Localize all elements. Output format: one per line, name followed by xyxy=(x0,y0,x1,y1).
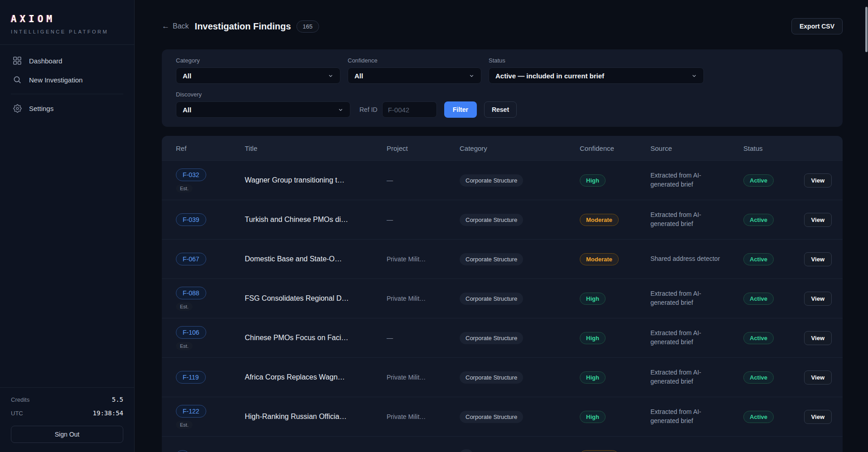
table-row: F-088 Est. FSG Consolidates Regional D… … xyxy=(162,279,843,318)
table-row: F-067 Domestic Base and State-O… Private… xyxy=(162,239,843,279)
finding-source: Extracted from AI-generated brief xyxy=(650,211,725,228)
category-cell: Corporate Structure xyxy=(460,214,580,226)
utc-label: UTC xyxy=(11,410,23,417)
view-button[interactable]: View xyxy=(804,370,832,385)
search-icon xyxy=(13,75,22,84)
back-label: Back xyxy=(173,22,189,30)
sidebar-item-dashboard[interactable]: Dashboard xyxy=(0,51,134,70)
discovery-select[interactable]: All xyxy=(176,101,350,118)
reset-button[interactable]: Reset xyxy=(484,101,517,118)
findings-count-badge: 165 xyxy=(296,20,319,33)
ref-cell: F-088 Est. xyxy=(176,287,245,311)
finding-source: Extracted from AI-generated brief xyxy=(650,329,725,346)
confidence-cell: High xyxy=(580,293,650,305)
category-badge: Corporate Structure xyxy=(460,411,523,423)
actions-cell: View xyxy=(793,331,832,345)
confidence-select[interactable]: All xyxy=(348,67,481,84)
ref-badge: F-067 xyxy=(176,253,206,265)
view-button[interactable]: View xyxy=(804,292,832,306)
confidence-cell: High xyxy=(580,371,650,384)
confidence-cell: High xyxy=(580,174,650,187)
back-arrow-icon: ← xyxy=(162,22,170,31)
chevron-down-icon xyxy=(691,73,697,79)
col-ref: Ref xyxy=(176,144,245,152)
credits-row: Credits 5.5 xyxy=(11,396,123,403)
category-badge: Corporate Structure xyxy=(460,332,523,344)
discovery-label: Discovery xyxy=(176,91,350,98)
filter-row-2: Discovery All Ref ID Filter Reset xyxy=(176,91,829,118)
table-row: F-032 Est. Wagner Group transitioning t…… xyxy=(162,160,843,200)
ref-badge: F-032 xyxy=(176,168,206,181)
finding-title: Domestic Base and State-O… xyxy=(245,255,387,263)
finding-title: Turkish and Chinese PMOs di… xyxy=(245,216,387,224)
ref-cell: F-039 xyxy=(176,213,245,226)
scrollbar-thumb[interactable] xyxy=(865,7,868,52)
category-filter: Category All xyxy=(176,57,340,84)
back-link[interactable]: ← Back xyxy=(162,22,189,31)
actions-cell: View xyxy=(793,449,832,452)
view-button[interactable]: View xyxy=(804,252,832,266)
status-badge: Active xyxy=(743,332,774,344)
view-button[interactable]: View xyxy=(804,173,832,188)
logo-block: AXIOM INTELLIGENCE PLATFORM xyxy=(0,0,134,45)
confidence-label: Confidence xyxy=(348,57,481,64)
main-content: ← Back Investigation Findings 165 Export… xyxy=(135,0,868,452)
status-cell: Active xyxy=(743,174,793,187)
confidence-cell: Moderate xyxy=(580,253,650,265)
est-badge: Est. xyxy=(176,303,193,311)
status-select[interactable]: Active — included in current brief xyxy=(489,67,704,84)
status-badge: Active xyxy=(743,253,774,265)
sidebar-item-settings[interactable]: Settings xyxy=(0,99,134,118)
table-row: F-119 Africa Corps Replaces Wagn… Privat… xyxy=(162,357,843,397)
discovery-select-value: All xyxy=(183,106,191,114)
confidence-cell: Moderate xyxy=(580,214,650,226)
discovery-filter: Discovery All xyxy=(176,91,350,118)
actions-cell: View xyxy=(793,292,832,306)
app-root: AXIOM INTELLIGENCE PLATFORM Dashboard xyxy=(0,0,868,452)
view-button[interactable]: View xyxy=(804,213,832,227)
confidence-badge: High xyxy=(580,332,606,344)
app-tagline: INTELLIGENCE PLATFORM xyxy=(11,29,123,34)
sidebar-item-new-investigation[interactable]: New Investigation xyxy=(0,70,134,89)
confidence-badge: Moderate xyxy=(580,214,619,226)
refid-group: Ref ID xyxy=(359,101,437,118)
category-cell: Corporate Structure xyxy=(460,174,580,187)
actions-cell: View xyxy=(793,173,832,188)
category-badge: Corporate Structure xyxy=(460,371,523,384)
status-cell: Active xyxy=(743,214,793,226)
category-badge: Corporate Structure xyxy=(460,174,523,187)
confidence-cell: High xyxy=(580,411,650,423)
filter-button[interactable]: Filter xyxy=(444,101,477,118)
confidence-badge: Moderate xyxy=(580,253,619,265)
category-select[interactable]: All xyxy=(176,67,340,84)
ref-badge: F-122 xyxy=(176,405,206,418)
view-button[interactable]: View xyxy=(804,410,832,424)
category-cell: Corporate Structure xyxy=(460,411,580,423)
scrollbar-track xyxy=(865,0,868,452)
status-cell: Active xyxy=(743,371,793,384)
est-badge: Est. xyxy=(176,184,193,192)
ref-cell: F-122 Est. xyxy=(176,405,245,429)
table-row: F-039 Turkish and Chinese PMOs di… — Cor… xyxy=(162,200,843,239)
ref-cell: F-032 Est. xyxy=(176,168,245,192)
status-badge: Active xyxy=(743,214,774,226)
export-csv-button[interactable]: Export CSV xyxy=(791,18,843,34)
page-header: ← Back Investigation Findings 165 Export… xyxy=(162,18,843,34)
category-select-value: All xyxy=(183,72,191,80)
refid-input[interactable] xyxy=(382,101,437,118)
finding-title: FSG Consolidates Regional D… xyxy=(245,294,387,303)
view-button[interactable]: View xyxy=(804,331,832,345)
confidence-badge: High xyxy=(580,371,606,384)
category-cell: Corporate Structure xyxy=(460,253,580,265)
confidence-badge: High xyxy=(580,293,606,305)
filter-panel: Category All Confidence All xyxy=(162,49,843,127)
utc-row: UTC 19:38:54 xyxy=(11,409,123,417)
category-label: Category xyxy=(176,57,340,64)
category-badge: Corporate Structure xyxy=(460,253,523,265)
category-cell: Corporate Structure xyxy=(460,293,580,305)
category-cell xyxy=(460,449,580,452)
confidence-select-value: All xyxy=(354,72,363,80)
findings-table: Ref Title Project Category Confidence So… xyxy=(162,136,843,452)
sign-out-button[interactable]: Sign Out xyxy=(11,426,123,443)
col-title: Title xyxy=(245,144,387,152)
